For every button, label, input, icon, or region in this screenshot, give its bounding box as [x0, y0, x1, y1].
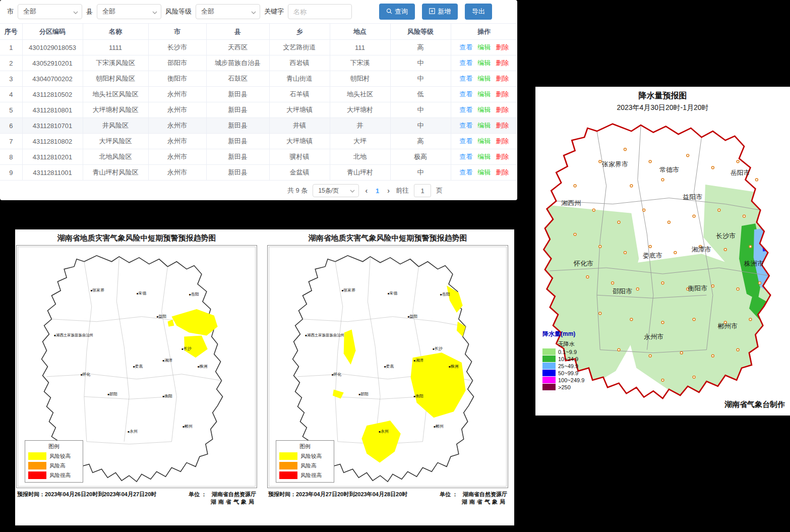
delete-link[interactable]: 删除 — [496, 153, 509, 160]
table-row: 543112810801大坪塘村风险区永州市新田县大坪塘镇大坪塘村中 查看编辑删… — [0, 102, 517, 118]
svg-text:长沙市: 长沙市 — [716, 232, 736, 240]
svg-text:■张家界: ■张家界 — [91, 288, 104, 292]
legend-title: 图例 — [279, 443, 331, 450]
svg-text:邵阳市: 邵阳市 — [613, 287, 632, 295]
view-link[interactable]: 查看 — [459, 153, 472, 160]
col-header-seq: 序号 — [0, 24, 22, 40]
unit-line2: 湖南省气象局 — [211, 498, 256, 506]
unit-label: 单位 ： — [189, 491, 207, 506]
chevron-down-icon — [251, 9, 256, 17]
delete-link[interactable]: 删除 — [496, 106, 509, 113]
svg-text:常德市: 常德市 — [659, 166, 679, 173]
table-row: 643112810701井风险区永州市新田县井镇井中 查看编辑删除 — [0, 118, 517, 134]
trend-map-2: ■张家界 ■常德 ■岳阳 ■湘西土家族苗族自治州 ■益阳 ■长沙 ■湘潭 ■株洲… — [267, 245, 508, 488]
svg-text:■湘西土家族苗族自治州: ■湘西土家族苗族自治州 — [54, 333, 93, 338]
chevron-down-icon — [73, 9, 78, 17]
search-button[interactable]: 查询 — [379, 4, 415, 20]
goto-page-input[interactable] — [414, 184, 431, 197]
delete-link[interactable]: 删除 — [496, 137, 509, 145]
forecast-time: 预报时间：2023年04月27日20时到2023年04月28日20时 — [268, 491, 407, 506]
table-header-row: 序号 分区编码 名称 市 县 乡 地点 风险等级 操作 — [0, 24, 517, 40]
edit-link[interactable]: 编辑 — [477, 122, 491, 129]
page-size-select[interactable]: 15条/页 — [313, 184, 359, 197]
svg-text:■常德: ■常德 — [388, 291, 398, 295]
col-header-place: 地点 — [330, 24, 390, 40]
city-select[interactable]: 全部 — [18, 4, 82, 19]
svg-text:■娄底: ■娄底 — [384, 364, 394, 369]
legend-swatch-magenta — [542, 377, 556, 383]
svg-text:■益阳: ■益阳 — [157, 314, 166, 319]
page-unit-label: 页 — [436, 186, 443, 195]
legend-swatch-orange — [279, 462, 297, 469]
svg-text:永州市: 永州市 — [644, 333, 663, 340]
next-page-icon[interactable]: › — [386, 187, 391, 195]
svg-text:湘潭市: 湘潭市 — [692, 246, 711, 253]
view-link[interactable]: 查看 — [459, 122, 472, 129]
svg-text:湘西州: 湘西州 — [561, 199, 581, 207]
view-link[interactable]: 查看 — [459, 43, 472, 51]
svg-text:■长沙: ■长沙 — [433, 346, 443, 351]
legend-swatch-yellow — [28, 452, 46, 460]
unit-line1: 湖南省自然资源厅 — [212, 491, 256, 498]
precip-legend-title: 降水量(mm) — [542, 330, 584, 338]
svg-text:张家界市: 张家界市 — [602, 160, 628, 168]
svg-text:■湘潭: ■湘潭 — [163, 358, 173, 363]
risk-level-select[interactable]: 全部 — [196, 4, 260, 19]
delete-link[interactable]: 删除 — [496, 122, 509, 129]
svg-text:株洲市: 株洲市 — [744, 260, 764, 268]
svg-text:■岳阳: ■岳阳 — [440, 292, 450, 297]
edit-link[interactable]: 编辑 — [477, 90, 491, 98]
keyword-input[interactable] — [288, 4, 352, 19]
trend-map-1: ■张家界 ■常德 ■岳阳 ■湘西土家族苗族自治州 ■益阳 ■长沙 ■湘潭 ■株洲… — [16, 245, 257, 488]
delete-link[interactable]: 删除 — [496, 43, 509, 51]
svg-text:■邵阳: ■邵阳 — [107, 392, 117, 396]
edit-link[interactable]: 编辑 — [477, 137, 491, 145]
delete-link[interactable]: 删除 — [496, 59, 509, 67]
col-header-name: 名称 — [83, 24, 148, 40]
total-count: 共 9 条 — [287, 186, 308, 195]
edit-link[interactable]: 编辑 — [477, 43, 491, 51]
delete-link[interactable]: 删除 — [496, 75, 509, 82]
legend-swatch-light-green — [542, 348, 556, 355]
risk-level-select-value: 全部 — [201, 7, 214, 16]
prev-page-icon[interactable]: ‹ — [364, 187, 369, 195]
view-link[interactable]: 查看 — [459, 75, 472, 82]
county-select[interactable]: 全部 — [97, 4, 161, 19]
add-button[interactable]: 新增 — [422, 4, 458, 20]
edit-link[interactable]: 编辑 — [477, 106, 491, 113]
export-button[interactable]: 导出 — [465, 4, 492, 20]
trend-map-footer: 预报时间：2023年04月26日20时到2023年04月27日20时 单位 ： … — [16, 488, 257, 506]
table-row: 743112810802大坪风险区永州市新田县大坪塘镇大坪高 查看编辑删除 — [0, 134, 517, 149]
view-link[interactable]: 查看 — [459, 59, 472, 67]
col-header-code: 分区编码 — [22, 24, 83, 40]
svg-text:■娄底: ■娄底 — [133, 364, 143, 369]
filter-bar: 市 全部 县 全部 风险等级 全部 关键字 查询 新增 导出 — [0, 0, 517, 23]
svg-text:■岳阳: ■岳阳 — [189, 292, 199, 297]
table-row: 243052910201下宋溪风险区邵阳市城步苗族自治县西岩镇下宋溪中 查看编辑… — [0, 55, 517, 71]
search-icon — [386, 8, 392, 16]
svg-text:■永州: ■永州 — [379, 429, 389, 434]
current-page-button[interactable]: 1 — [374, 187, 381, 195]
pagination: 共 9 条 15条/页 ‹ 1 › 前往 页 — [0, 181, 517, 197]
view-link[interactable]: 查看 — [459, 168, 472, 176]
svg-text:■长沙: ■长沙 — [181, 346, 192, 351]
view-link[interactable]: 查看 — [459, 90, 472, 98]
edit-link[interactable]: 编辑 — [477, 153, 491, 160]
risk-level-filter-label: 风险等级 — [165, 7, 192, 16]
delete-link[interactable]: 删除 — [496, 168, 509, 176]
col-header-county: 县 — [206, 24, 269, 40]
trend-map-figure-2: 湖南省地质灾害气象风险中短期预警预报趋势图 — [267, 232, 508, 525]
precipitation-map-panel: 降水量预报图 2023年4月30日20时-1月20时 — [535, 87, 790, 416]
precip-legend: 降水量(mm) 无降水 0.1~9.9 10~24.9 25~49.9 50~9… — [542, 330, 584, 390]
svg-text:■湘西土家族苗族自治州: ■湘西土家族苗族自治州 — [305, 333, 344, 338]
svg-text:■邵阳: ■邵阳 — [358, 392, 368, 396]
view-link[interactable]: 查看 — [459, 137, 472, 145]
view-link[interactable]: 查看 — [459, 106, 472, 113]
trend-map-figure-1: 湖南省地质灾害气象风险中短期预警预报趋势图 ■张家界 ■常德 — [16, 232, 257, 525]
delete-link[interactable]: 删除 — [496, 90, 509, 98]
risk-zone-table: 序号 分区编码 名称 市 县 乡 地点 风险等级 操作 143010290180… — [0, 23, 517, 181]
goto-label: 前往 — [396, 186, 409, 195]
edit-link[interactable]: 编辑 — [477, 59, 491, 67]
edit-link[interactable]: 编辑 — [477, 168, 491, 176]
edit-link[interactable]: 编辑 — [477, 75, 491, 82]
